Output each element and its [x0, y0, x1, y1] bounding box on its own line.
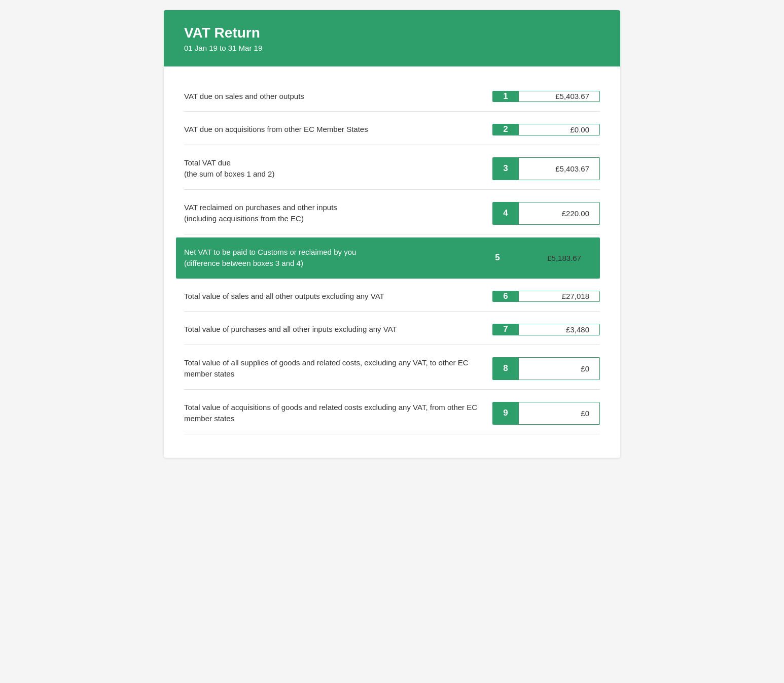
vat-row-label-1: VAT due on sales and other outputs — [184, 91, 492, 103]
box-number-2: 2 — [492, 124, 519, 135]
box-value-4: £220.00 — [519, 202, 600, 225]
vat-row-4: VAT reclaimed on purchases and other inp… — [184, 193, 600, 234]
vat-row-label-6: Total value of sales and all other outpu… — [184, 291, 492, 302]
box-number-5: 5 — [484, 247, 511, 269]
box-number-7: 7 — [492, 324, 519, 335]
vat-row-5: Net VAT to be paid to Customs or reclaim… — [176, 237, 600, 279]
vat-row-label-5: Net VAT to be paid to Customs or reclaim… — [184, 247, 484, 269]
vat-row-6: Total value of sales and all other outpu… — [184, 282, 600, 312]
vat-row-2: VAT due on acquisitions from other EC Me… — [184, 115, 600, 145]
box-number-3: 3 — [492, 157, 519, 180]
vat-row-right-8: 8£0 — [492, 357, 600, 380]
vat-row-right-3: 3£5,403.67 — [492, 157, 600, 180]
vat-return-content: VAT due on sales and other outputs1£5,40… — [164, 66, 620, 458]
vat-row-right-6: 6£27,018 — [492, 291, 600, 302]
box-value-1: £5,403.67 — [519, 91, 600, 103]
vat-row-label-9: Total value of acquisitions of goods and… — [184, 402, 492, 425]
box-value-2: £0.00 — [519, 124, 600, 135]
box-value-8: £0 — [519, 357, 600, 380]
vat-row-label-7: Total value of purchases and all other i… — [184, 324, 492, 335]
vat-row-right-1: 1£5,403.67 — [492, 91, 600, 103]
page-subtitle: 01 Jan 19 to 31 Mar 19 — [184, 44, 600, 52]
vat-row-8: Total value of all supplies of goods and… — [184, 348, 600, 390]
vat-row-1: VAT due on sales and other outputs1£5,40… — [184, 82, 600, 112]
box-value-7: £3,480 — [519, 324, 600, 335]
vat-return-card: VAT Return 01 Jan 19 to 31 Mar 19 VAT du… — [164, 10, 620, 458]
vat-row-label-2: VAT due on acquisitions from other EC Me… — [184, 124, 492, 135]
box-value-6: £27,018 — [519, 291, 600, 302]
page-title: VAT Return — [184, 24, 600, 42]
vat-row-3: Total VAT due(the sum of boxes 1 and 2)3… — [184, 148, 600, 190]
vat-row-label-3: Total VAT due(the sum of boxes 1 and 2) — [184, 157, 492, 180]
box-value-5: £5,183.67 — [511, 247, 592, 269]
box-number-9: 9 — [492, 402, 519, 425]
vat-row-right-9: 9£0 — [492, 402, 600, 425]
vat-row-right-7: 7£3,480 — [492, 324, 600, 335]
box-number-8: 8 — [492, 357, 519, 380]
vat-row-label-8: Total value of all supplies of goods and… — [184, 357, 492, 380]
vat-row-label-4: VAT reclaimed on purchases and other inp… — [184, 202, 492, 225]
box-number-4: 4 — [492, 202, 519, 225]
vat-row-right-4: 4£220.00 — [492, 202, 600, 225]
vat-row-right-5: 5£5,183.67 — [484, 247, 592, 269]
vat-row-9: Total value of acquisitions of goods and… — [184, 393, 600, 434]
box-number-1: 1 — [492, 91, 519, 103]
vat-row-7: Total value of purchases and all other i… — [184, 315, 600, 345]
box-value-9: £0 — [519, 402, 600, 425]
box-value-3: £5,403.67 — [519, 157, 600, 180]
vat-return-header: VAT Return 01 Jan 19 to 31 Mar 19 — [164, 10, 620, 66]
box-number-6: 6 — [492, 291, 519, 302]
vat-row-right-2: 2£0.00 — [492, 124, 600, 135]
